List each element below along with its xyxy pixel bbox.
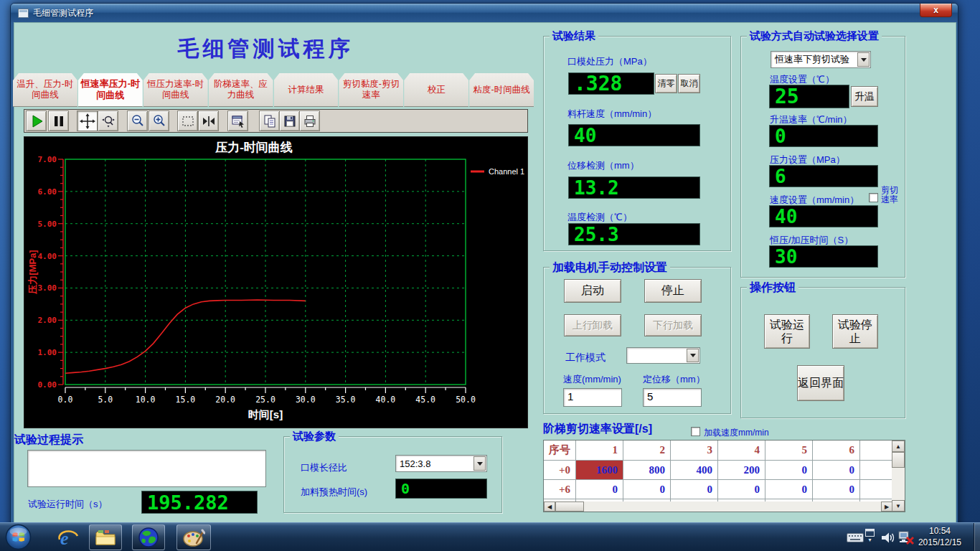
properties-button[interactable] bbox=[227, 110, 248, 131]
svg-text:20.0: 20.0 bbox=[215, 395, 235, 405]
table-cell[interactable]: 0 bbox=[718, 480, 765, 499]
table-header-cell: 2 bbox=[623, 441, 671, 461]
v-scroll-thumb[interactable] bbox=[892, 452, 905, 468]
zoom-drag-button[interactable] bbox=[98, 110, 118, 131]
svg-text:2.00: 2.00 bbox=[38, 316, 57, 325]
table-cell[interactable]: 800 bbox=[623, 461, 671, 480]
close-button[interactable]: x bbox=[920, 4, 952, 17]
chevron-down-icon[interactable] bbox=[473, 456, 486, 471]
zoom-in-button[interactable] bbox=[149, 110, 169, 131]
start-button[interactable] bbox=[5, 524, 32, 551]
chevron-down-icon[interactable] bbox=[857, 52, 870, 67]
properties-icon bbox=[230, 113, 246, 129]
table-cell[interactable]: 0 bbox=[813, 480, 860, 499]
tab-3[interactable]: 恒压力速率-时间曲线 bbox=[143, 73, 208, 107]
v-scrollbar[interactable]: ▲ ▼ bbox=[892, 441, 905, 512]
tab-2[interactable]: 恒速率压力-时间曲线 bbox=[78, 73, 143, 107]
tray-clock[interactable]: 10:54 2015/12/15 bbox=[918, 525, 961, 548]
table-cell[interactable]: 0 bbox=[671, 480, 718, 499]
run-test-button[interactable]: 试验运行 bbox=[764, 314, 810, 349]
scroll-up-icon[interactable]: ▲ bbox=[892, 441, 905, 452]
tab-6[interactable]: 剪切黏度-剪切速率 bbox=[339, 73, 403, 107]
target-disp-input[interactable]: 5 bbox=[643, 388, 702, 407]
pause-button[interactable] bbox=[48, 110, 69, 131]
heat-up-button[interactable]: 升温 bbox=[851, 86, 878, 107]
center-cursor-button[interactable] bbox=[198, 110, 219, 131]
pause-icon bbox=[51, 113, 67, 129]
table-header-cell: 6 bbox=[813, 441, 860, 461]
keyboard-icon[interactable] bbox=[847, 533, 864, 542]
table-cell[interactable] bbox=[860, 461, 892, 480]
h-scroll-track[interactable] bbox=[584, 501, 881, 512]
tab-5[interactable]: 计算结果 bbox=[274, 73, 339, 107]
network-error-icon[interactable] bbox=[898, 531, 914, 545]
ie-button[interactable]: e bbox=[52, 526, 85, 550]
play-button[interactable] bbox=[26, 110, 47, 131]
tab-8[interactable]: 粘度-时间曲线 bbox=[469, 73, 534, 107]
tab-label: 恒速率压力-时间曲线 bbox=[80, 78, 141, 100]
stop-test-button[interactable]: 试验停止 bbox=[832, 314, 878, 349]
show-desktop-button[interactable] bbox=[974, 523, 980, 551]
die-ratio-dropdown[interactable]: 152:3.8 bbox=[395, 455, 487, 472]
zoom-out-button[interactable] bbox=[127, 110, 148, 131]
table-cell[interactable]: 200 bbox=[718, 461, 765, 480]
down-load-button[interactable]: 下行加载 bbox=[644, 314, 702, 336]
page-title: 毛细管测试程序 bbox=[129, 34, 402, 64]
cancel-button[interactable]: 取消 bbox=[678, 74, 700, 93]
h-scroll-thumb[interactable] bbox=[555, 501, 584, 512]
globe-window-button[interactable] bbox=[132, 524, 165, 550]
scroll-right-icon[interactable]: ▶ bbox=[881, 501, 892, 512]
scroll-down-icon[interactable]: ▼ bbox=[892, 500, 905, 512]
work-mode-dropdown[interactable] bbox=[626, 347, 700, 364]
tab-1[interactable]: 温升、压力-时间曲线 bbox=[13, 73, 77, 107]
preheat-display: 0 bbox=[395, 479, 487, 499]
tab-4[interactable]: 阶梯速率、应力曲线 bbox=[209, 73, 273, 107]
table-cell[interactable] bbox=[860, 480, 892, 499]
table-cell[interactable]: 0 bbox=[813, 461, 860, 480]
volume-icon[interactable] bbox=[881, 532, 895, 544]
pan-button[interactable] bbox=[77, 110, 98, 131]
paint-window-button[interactable] bbox=[176, 524, 211, 550]
auto-test-title: 试验方式自动试验选择设置 bbox=[747, 29, 882, 43]
globe-icon bbox=[138, 527, 159, 548]
process-hint-box[interactable] bbox=[27, 450, 266, 487]
svg-text:10.0: 10.0 bbox=[136, 395, 156, 405]
table-cell[interactable]: 0 bbox=[576, 480, 623, 499]
die-pressure-label: 口模处压力（MPa） bbox=[567, 55, 652, 68]
motor-control-group: 加载电机手动控制设置 启动 停止 上行卸载 下行加载 工作模式 速度(mm/mi… bbox=[543, 267, 731, 414]
test-mode-dropdown[interactable]: 恒速率下剪切试验 bbox=[771, 51, 871, 68]
v-scroll-track[interactable] bbox=[892, 468, 905, 500]
table-cell[interactable]: 400 bbox=[671, 461, 718, 480]
test-results-group: 试验结果 口模处压力（MPa） .328 清零 取消 料杆速度（mm/min） … bbox=[543, 36, 731, 251]
clock-date: 2015/12/15 bbox=[918, 537, 961, 548]
copy-button[interactable] bbox=[259, 110, 280, 131]
step-rate-title: 阶梯剪切速率设置[/s] bbox=[543, 422, 652, 437]
zoom-box-button[interactable] bbox=[177, 110, 198, 131]
chevron-down-icon[interactable] bbox=[687, 349, 699, 362]
title-bar[interactable]: 毛细管测试程序 x bbox=[11, 4, 958, 22]
table-cell[interactable]: 0 bbox=[623, 480, 671, 499]
folder-window-button[interactable] bbox=[89, 524, 122, 550]
manual-speed-input[interactable]: 1 bbox=[563, 388, 622, 407]
table-cell[interactable]: 0 bbox=[765, 480, 813, 499]
up-unload-button[interactable]: 上行卸载 bbox=[564, 314, 621, 336]
table-cell[interactable]: 1600 bbox=[576, 461, 623, 480]
start-button[interactable]: 启动 bbox=[564, 279, 621, 303]
table-cell[interactable]: 0 bbox=[765, 461, 813, 480]
h-scrollbar[interactable]: ◀ ▶ bbox=[544, 501, 892, 512]
svg-text:25.0: 25.0 bbox=[255, 395, 275, 405]
show-hidden-icons[interactable]: ▾ bbox=[865, 529, 875, 543]
clear-button[interactable]: 清零 bbox=[655, 74, 677, 93]
return-button[interactable]: 返回界面 bbox=[797, 365, 844, 401]
test-params-group: 试验参数 口模长径比 152:3.8 加料预热时间(s) 0 bbox=[283, 436, 502, 513]
save-button[interactable] bbox=[279, 110, 300, 131]
stop-button[interactable]: 停止 bbox=[644, 279, 702, 303]
load-speed-checkbox[interactable] bbox=[691, 427, 700, 436]
scroll-left-icon[interactable]: ◀ bbox=[544, 501, 555, 512]
tab-7[interactable]: 校正 bbox=[404, 73, 468, 107]
print-button[interactable] bbox=[299, 110, 320, 131]
pressure-time-chart[interactable]: 压力-时间曲线0.001.002.003.004.005.006.007.000… bbox=[24, 136, 528, 428]
folder-icon bbox=[95, 528, 116, 547]
svg-text:40.0: 40.0 bbox=[376, 395, 396, 405]
shear-rate-checkbox[interactable] bbox=[869, 193, 878, 202]
